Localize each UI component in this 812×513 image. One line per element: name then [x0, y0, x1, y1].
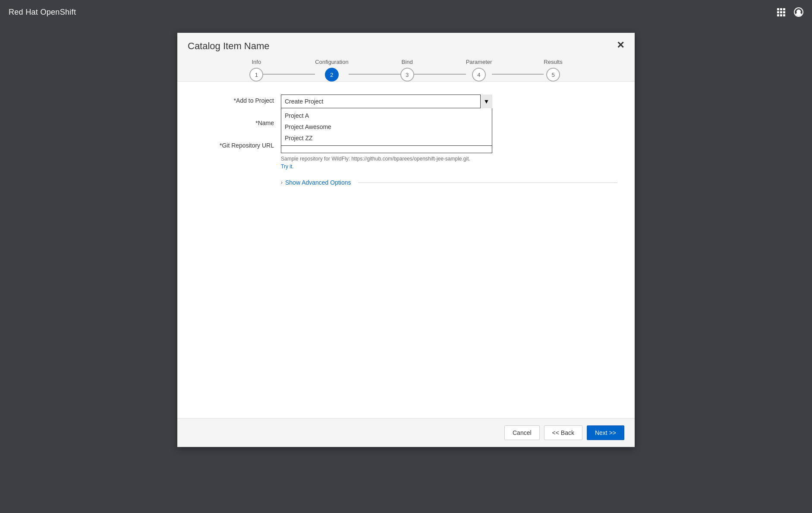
grid-icon[interactable]: [777, 8, 785, 16]
step-1-label: Info: [252, 59, 261, 65]
step-1-circle[interactable]: 1: [249, 68, 263, 82]
dropdown-item-project-zz[interactable]: Project ZZ: [281, 132, 492, 144]
wizard-steps: Info 1 Configuration 2 Bind: [188, 59, 624, 81]
connector-3-4: [414, 74, 466, 75]
add-to-project-group: *Add to Project Create Project Project A…: [195, 94, 617, 108]
close-button[interactable]: ✕: [617, 41, 624, 50]
back-button[interactable]: << Back: [544, 425, 582, 440]
brand-title: Red Hat OpenShift: [9, 8, 76, 17]
modal-backdrop: Catalog Item Name ✕ Info 1 Configuration: [0, 24, 812, 513]
dropdown-item-project-awesome[interactable]: Project Awesome: [281, 121, 492, 132]
advanced-divider: [358, 183, 617, 183]
step-3-label: Bind: [402, 59, 413, 65]
modal-header: Catalog Item Name ✕ Info 1 Configuration: [177, 33, 635, 82]
git-repo-label: *Git Repository URL: [195, 139, 281, 149]
step-1: Info 1: [249, 59, 263, 81]
modal-body: *Add to Project Create Project Project A…: [177, 82, 635, 418]
step-2: Configuration 2: [315, 59, 348, 81]
step-4-circle[interactable]: 4: [472, 68, 486, 82]
connector-4-5: [492, 74, 544, 75]
project-dropdown: Project A Project Awesome Project ZZ: [281, 108, 492, 146]
name-label: *Name: [195, 117, 281, 126]
cancel-button[interactable]: Cancel: [504, 425, 540, 440]
modal: Catalog Item Name ✕ Info 1 Configuration: [177, 33, 635, 447]
topbar: Red Hat OpenShift: [0, 0, 812, 24]
step-2-circle[interactable]: 2: [325, 68, 339, 82]
next-button[interactable]: Next >>: [587, 425, 624, 440]
modal-footer: Cancel << Back Next >>: [177, 418, 635, 447]
user-icon[interactable]: [794, 7, 803, 17]
add-to-project-select[interactable]: Create Project Project A Project Awesome…: [281, 94, 492, 108]
dropdown-item-project-a[interactable]: Project A: [281, 110, 492, 121]
advanced-options-row: › Show Advanced Options: [281, 179, 617, 186]
add-to-project-label: *Add to Project: [195, 94, 281, 104]
try-it-link[interactable]: Try it.: [281, 164, 294, 170]
connector-2-3: [349, 74, 400, 75]
add-to-project-select-wrapper: Create Project Project A Project Awesome…: [281, 94, 492, 108]
modal-title: Catalog Item Name: [188, 41, 270, 52]
git-repo-hint: Sample repository for WildFly: https://g…: [281, 155, 492, 170]
chevron-right-icon: ›: [281, 179, 283, 186]
step-5-label: Results: [544, 59, 562, 65]
step-4-label: Parameter: [466, 59, 492, 65]
step-3-circle[interactable]: 3: [400, 68, 414, 82]
modal-title-row: Catalog Item Name ✕: [188, 41, 624, 52]
step-2-label: Configuration: [315, 59, 348, 65]
step-5-circle[interactable]: 5: [546, 68, 560, 82]
step-5: Results 5: [544, 59, 562, 81]
show-advanced-options-link[interactable]: Show Advanced Options: [285, 179, 351, 186]
step-3: Bind 3: [400, 59, 414, 81]
step-4: Parameter 4: [466, 59, 492, 81]
add-to-project-control: Create Project Project A Project Awesome…: [281, 94, 492, 108]
topbar-icons: [777, 7, 803, 17]
connector-1-2: [263, 74, 315, 75]
